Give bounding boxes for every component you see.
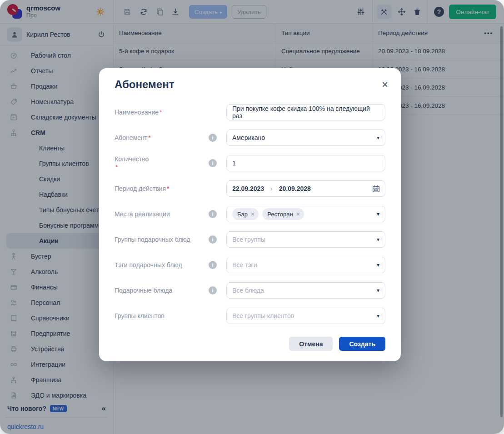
required-asterisk: * xyxy=(148,134,150,141)
info-icon[interactable]: i xyxy=(209,286,217,294)
field-label: Подарочные блюда xyxy=(115,286,199,294)
field-label: Тэги подарочных блюд xyxy=(115,261,199,269)
chip-remove-icon[interactable]: × xyxy=(296,210,300,218)
chevron-down-icon[interactable]: ▾ xyxy=(377,211,379,217)
required-asterisk: * xyxy=(160,109,162,116)
select-input[interactable]: Американо▾ xyxy=(226,130,385,146)
chevron-down-icon[interactable]: ▾ xyxy=(377,236,379,243)
subscription-modal: Абонемент × Наименование*При покупке коф… xyxy=(99,68,401,361)
info-icon[interactable]: i xyxy=(209,159,217,167)
field-label: Группы клиентов xyxy=(115,312,199,320)
tag-chip[interactable]: Бар× xyxy=(232,208,259,220)
form-field-2: Количествоиспользований*i1 xyxy=(115,155,385,171)
daterange-input[interactable]: 22.09.2023›20.09.2028 xyxy=(226,180,385,197)
info-slot: i xyxy=(199,210,226,218)
select-input[interactable]: Все группы клиентов▾ xyxy=(226,308,385,324)
text-input[interactable]: При покупке кофе скидка 100% на следующи… xyxy=(226,104,385,120)
form-field-3: Период действия*22.09.2023›20.09.2028 xyxy=(115,180,385,197)
chevron-down-icon[interactable]: ▾ xyxy=(377,135,379,141)
form-field-0: Наименование*При покупке кофе скидка 100… xyxy=(115,104,385,120)
close-icon[interactable]: × xyxy=(382,79,388,90)
info-icon[interactable]: i xyxy=(209,210,217,218)
select-input[interactable]: Все группы▾ xyxy=(226,231,385,248)
info-slot: i xyxy=(199,261,226,269)
form-field-4: Места реализацииiБар×Ресторан×▾ xyxy=(115,206,385,222)
field-label: Наименование* xyxy=(115,108,199,116)
modal-form: Наименование*При покупке кофе скидка 100… xyxy=(115,104,385,333)
field-label: Период действия* xyxy=(115,185,199,193)
info-slot: i xyxy=(199,134,226,142)
tag-chip[interactable]: Ресторан× xyxy=(262,208,304,220)
info-slot: i xyxy=(199,235,226,244)
modal-footer: Отмена Создать xyxy=(289,337,385,351)
info-slot: i xyxy=(199,159,226,167)
info-icon[interactable]: i xyxy=(209,235,217,244)
field-label: Абонемент* xyxy=(115,134,199,142)
chevron-down-icon[interactable]: ▾ xyxy=(377,262,379,268)
info-slot: i xyxy=(199,286,226,294)
info-icon[interactable]: i xyxy=(209,261,217,269)
form-field-8: Группы клиентовВсе группы клиентов▾ xyxy=(115,308,385,324)
submit-create-button[interactable]: Создать xyxy=(339,337,385,351)
form-field-7: Подарочные блюдаiВсе блюда▾ xyxy=(115,282,385,299)
required-asterisk: * xyxy=(115,164,118,171)
chevron-down-icon[interactable]: ▾ xyxy=(377,313,379,319)
text-input[interactable]: 1 xyxy=(226,155,385,171)
form-field-1: Абонемент*iАмерикано▾ xyxy=(115,130,385,146)
cancel-button[interactable]: Отмена xyxy=(289,337,333,351)
modal-title: Абонемент xyxy=(115,78,174,91)
info-icon[interactable]: i xyxy=(209,134,217,142)
tags-input[interactable]: Бар×Ресторан×▾ xyxy=(226,206,385,222)
form-field-5: Группы подарочных блюдiВсе группы▾ xyxy=(115,231,385,248)
select-input[interactable]: Все тэги▾ xyxy=(226,257,385,273)
select-input[interactable]: Все блюда▾ xyxy=(226,282,385,299)
chevron-down-icon[interactable]: ▾ xyxy=(377,287,379,294)
form-field-6: Тэги подарочных блюдiВсе тэги▾ xyxy=(115,257,385,273)
chip-remove-icon[interactable]: × xyxy=(251,210,254,218)
required-asterisk: * xyxy=(167,185,169,192)
field-label: Места реализации xyxy=(115,210,199,218)
app-window: qrmoscow Про Создать▾ Удалить ? Онлайн-ч… xyxy=(0,0,504,434)
calendar-icon[interactable] xyxy=(371,184,381,194)
field-label: Количествоиспользований* xyxy=(115,155,199,171)
field-label: Группы подарочных блюд xyxy=(115,235,199,244)
